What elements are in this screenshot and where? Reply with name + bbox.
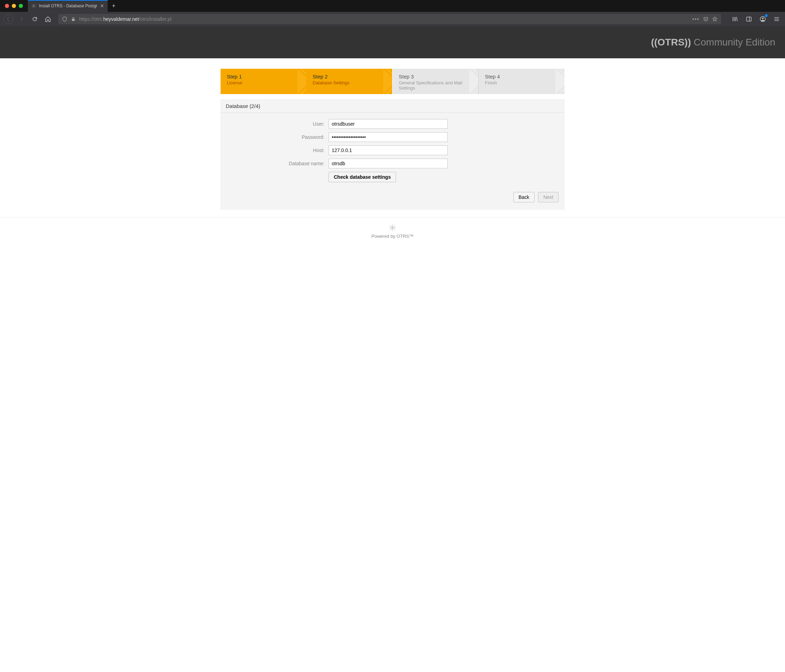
step-title: Step 3 <box>399 73 472 80</box>
page-footer: Powered by OTRS™ <box>0 217 785 253</box>
reload-button[interactable] <box>30 14 40 24</box>
step-subtitle: Finish <box>485 80 558 86</box>
minimize-window-button[interactable] <box>12 4 16 8</box>
chevron-right-icon <box>383 69 392 94</box>
svg-point-12 <box>762 18 764 19</box>
chevron-right-icon <box>469 69 478 94</box>
sidebar-icon[interactable] <box>744 14 754 24</box>
tab-close-button[interactable]: ✕ <box>100 3 104 9</box>
menu-icon[interactable] <box>772 14 782 24</box>
lock-icon <box>71 17 76 22</box>
more-icon[interactable]: ••• <box>692 16 699 22</box>
bookmark-star-icon[interactable] <box>712 16 718 22</box>
shield-icon <box>62 16 67 22</box>
tab-title: Install OTRS - Database Postgr <box>39 3 97 8</box>
wizard-steps: Step 1 License Step 2 Database Settings … <box>220 69 565 94</box>
step-title: Step 2 <box>313 73 386 80</box>
window-controls <box>0 0 28 12</box>
wizard-step-license: Step 1 License <box>220 69 306 94</box>
svg-rect-9 <box>746 17 751 21</box>
step-subtitle: Database Settings <box>313 80 386 86</box>
tab-favicon-icon <box>31 3 36 8</box>
panel-title: Database (2/4) <box>221 100 564 112</box>
account-icon[interactable] <box>758 14 768 24</box>
new-tab-button[interactable]: + <box>108 0 120 12</box>
chevron-right-icon <box>297 69 306 94</box>
browser-tab[interactable]: Install OTRS - Database Postgr ✕ <box>28 0 108 12</box>
back-button[interactable]: Back <box>513 192 535 203</box>
step-title: Step 4 <box>485 73 558 80</box>
database-panel: Database (2/4) User: Password: Host: Dat… <box>220 99 565 210</box>
user-label: User: <box>221 121 328 127</box>
footer-text: Powered by OTRS™ <box>0 234 785 239</box>
wizard-step-database: Step 2 Database Settings <box>306 69 392 94</box>
browser-toolbar: https://otrs.heyvaldemar.net/otrs/instal… <box>0 12 785 27</box>
back-button[interactable] <box>3 14 13 24</box>
page-header: ((OTRS)) Community Edition <box>0 27 785 58</box>
pocket-icon[interactable] <box>703 16 708 22</box>
svg-rect-4 <box>72 19 75 21</box>
step-title: Step 1 <box>227 73 300 80</box>
maximize-window-button[interactable] <box>19 4 23 8</box>
host-input[interactable] <box>328 145 448 155</box>
library-icon[interactable] <box>730 14 740 24</box>
dbname-input[interactable] <box>328 159 448 168</box>
check-db-button[interactable]: Check database settings <box>328 172 396 182</box>
brand-logo: ((OTRS)) Community Edition <box>651 37 775 48</box>
password-label: Password: <box>221 134 328 140</box>
forward-button[interactable] <box>17 14 27 24</box>
url-bar[interactable]: https://otrs.heyvaldemar.net/otrs/instal… <box>58 14 721 24</box>
password-input[interactable] <box>328 132 448 142</box>
footer-logo-icon <box>0 224 785 232</box>
home-button[interactable] <box>43 14 53 24</box>
wizard-step-finish: Step 4 Finish <box>479 69 565 94</box>
url-text: https://otrs.heyvaldemar.net/otrs/instal… <box>79 16 689 22</box>
next-button[interactable]: Next <box>538 192 558 203</box>
step-subtitle: License <box>227 80 300 86</box>
chevron-right-icon <box>555 69 565 94</box>
close-window-button[interactable] <box>5 4 9 8</box>
svg-line-8 <box>737 17 737 21</box>
wizard-step-general: Step 3 General Specifications and Mail S… <box>392 69 478 94</box>
browser-tab-strip: Install OTRS - Database Postgr ✕ + <box>0 0 785 12</box>
step-subtitle: General Specifications and Mail Settings <box>399 80 472 90</box>
dbname-label: Database name: <box>221 161 328 166</box>
host-label: Host: <box>221 148 328 153</box>
user-input[interactable] <box>328 119 448 129</box>
